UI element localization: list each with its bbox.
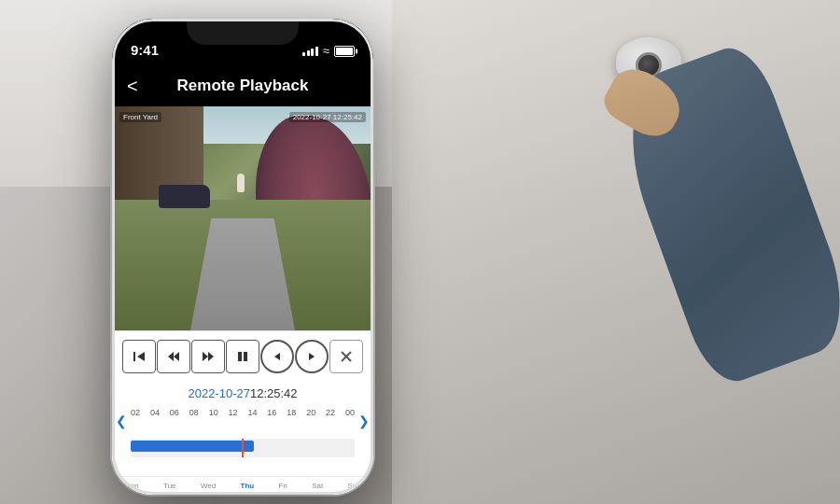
timeline-label-14: 14: [247, 408, 257, 417]
wifi-icon: ≈: [323, 44, 329, 58]
video-player[interactable]: Front Yard 2022-10-27 12:25:42: [112, 106, 373, 330]
svg-marker-4: [203, 352, 208, 361]
timeline-ruler: ❮ 02 04 06 08 10 12 14 16 18 20 22 00 ❯: [112, 404, 373, 437]
camera-label: Front Yard: [119, 112, 161, 122]
playback-date: 2022-10-27: [188, 386, 250, 400]
svg-marker-3: [174, 352, 179, 361]
signal-bar-4: [315, 47, 318, 56]
rewind-button[interactable]: [157, 340, 190, 373]
timeline-scroll-right[interactable]: ❯: [358, 413, 370, 428]
video-content: Front Yard 2022-10-27 12:25:42: [112, 106, 373, 330]
svg-marker-9: [309, 353, 315, 360]
svg-rect-0: [133, 352, 135, 361]
signal-bar-2: [307, 50, 310, 56]
calendar-strip: Mon Tue Wed Thu Fri Sat Sun: [112, 476, 373, 495]
svg-marker-8: [274, 353, 280, 360]
scene-car: [159, 185, 210, 208]
timeline-bar[interactable]: [131, 439, 355, 457]
timeline-label-02: 02: [131, 408, 140, 417]
timeline-label-04: 04: [150, 408, 160, 417]
timeline-label-06: 06: [170, 408, 179, 417]
skip-to-start-button[interactable]: [122, 340, 156, 373]
svg-rect-7: [244, 352, 247, 361]
svg-marker-2: [168, 352, 174, 361]
timeline-label-00: 00: [345, 408, 355, 417]
back-button[interactable]: <: [127, 76, 138, 97]
cal-thu[interactable]: Thu: [241, 482, 255, 490]
phone-body: 9:41 ≈ 100 < Remote Playback: [112, 19, 373, 495]
battery-icon: 100: [334, 46, 355, 57]
timeline-label-16: 16: [267, 408, 276, 417]
timeline-cursor: [242, 439, 244, 457]
battery-label: 100: [335, 47, 354, 56]
close-button[interactable]: [329, 340, 363, 373]
svg-rect-6: [238, 352, 242, 361]
nav-bar: < Remote Playback: [112, 65, 373, 106]
prev-segment-button[interactable]: [260, 340, 294, 373]
timeline-area[interactable]: ❮ 02 04 06 08 10 12 14 16 18 20 22 00 ❯: [112, 404, 373, 495]
cal-sat[interactable]: Sat: [312, 482, 323, 490]
next-segment-button[interactable]: [295, 340, 329, 373]
playback-controls: [112, 330, 373, 382]
playback-time: 12:25:42: [250, 386, 298, 400]
timeline-labels: 02 04 06 08 10 12 14 16 18 20 22 00: [112, 408, 373, 417]
scene-person: [237, 174, 245, 192]
timeline-recording-bar: [131, 441, 254, 452]
datetime-bar: 2022-10-27 12:25:42: [112, 382, 373, 404]
timeline-label-08: 08: [189, 408, 199, 417]
cal-fri[interactable]: Fri: [279, 482, 287, 490]
svg-marker-1: [137, 352, 145, 361]
timeline-label-12: 12: [229, 408, 238, 417]
phone-notch: [187, 19, 299, 45]
page-title: Remote Playback: [177, 77, 309, 95]
timeline-label-20: 20: [306, 408, 315, 417]
timeline-label-22: 22: [326, 408, 335, 417]
svg-marker-5: [208, 352, 214, 361]
signal-bar-3: [311, 49, 314, 56]
cal-mon[interactable]: Mon: [124, 482, 139, 490]
timeline-label-10: 10: [209, 408, 218, 417]
signal-bars-icon: [302, 47, 318, 56]
cal-wed[interactable]: Wed: [201, 482, 216, 490]
signal-bar-1: [302, 52, 305, 56]
pause-button[interactable]: [226, 340, 259, 373]
person-installing: [625, 56, 812, 383]
timeline-scroll-left[interactable]: ❮: [116, 413, 127, 428]
timeline-label-18: 18: [287, 408, 296, 417]
phone-mockup: 9:41 ≈ 100 < Remote Playback: [112, 19, 373, 495]
fast-forward-button[interactable]: [191, 340, 225, 373]
video-timestamp: 2022-10-27 12:25:42: [289, 112, 366, 122]
status-icons: ≈ 100: [302, 44, 355, 58]
cal-tue[interactable]: Tue: [163, 482, 176, 490]
cal-sun[interactable]: Sun: [348, 482, 361, 490]
